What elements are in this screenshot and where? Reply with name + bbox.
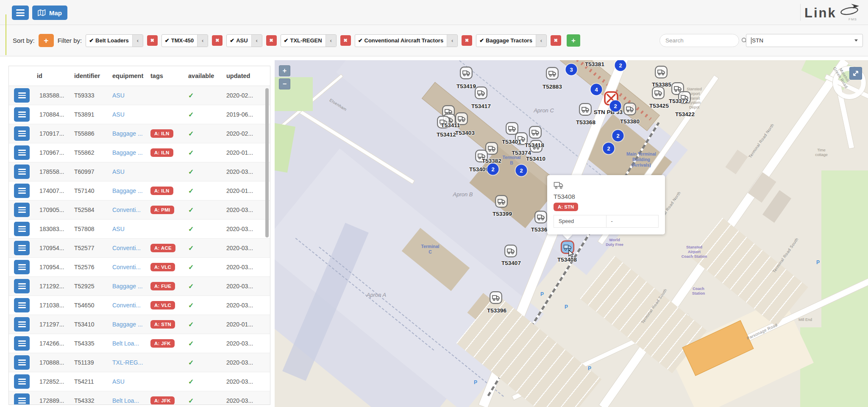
table-row[interactable]: 172889...T54332Belt Loa...A: JFK✓2020-03… — [9, 391, 270, 405]
remove-filter-button-asu[interactable]: ✖ — [266, 35, 277, 46]
vehicle-marker-t53396[interactable] — [489, 291, 503, 306]
checkbox-checked-icon[interactable]: ✔ — [230, 37, 234, 44]
column-header-id[interactable]: id — [34, 66, 72, 86]
equipment-link[interactable]: Conventi... — [112, 302, 141, 309]
zoom-out-button[interactable]: − — [279, 78, 290, 89]
vehicle-marker-t53385[interactable] — [654, 65, 668, 81]
vehicle-marker-t53380[interactable] — [623, 102, 637, 117]
checkbox-checked-icon[interactable]: ✔ — [284, 37, 289, 44]
row-menu-button[interactable] — [14, 336, 30, 351]
table-row[interactable]: 170954...T52576Conventi...A: VLC✓2020-03… — [9, 258, 270, 277]
column-header-identifier[interactable]: identifier — [72, 66, 110, 86]
row-menu-button[interactable] — [14, 374, 30, 389]
collapse-chip-button[interactable]: ‹ — [536, 35, 546, 47]
filter-chip-conventional-aircraft-tractors[interactable]: ✔Conventional Aircraft Tractors‹ — [355, 34, 458, 47]
collapse-chip-button[interactable]: ‹ — [447, 35, 457, 47]
equipment-link[interactable]: ASU — [112, 378, 125, 385]
vehicle-marker-t53418[interactable] — [529, 125, 542, 141]
row-menu-button[interactable] — [14, 88, 30, 103]
table-row[interactable]: 171297...T53410Baggage ...A: STN✓2020-01… — [9, 315, 270, 334]
marker-cluster[interactable]: 2 — [487, 164, 499, 175]
vehicle-marker-t53425[interactable] — [651, 86, 665, 101]
checkbox-checked-icon[interactable]: ✔ — [89, 37, 94, 44]
table-scrollbar[interactable] — [265, 88, 269, 237]
equipment-link[interactable]: Belt Loa... — [112, 340, 139, 347]
row-menu-button[interactable] — [14, 145, 30, 160]
remove-filter-button-txl-regen[interactable]: ✖ — [340, 35, 351, 46]
equipment-link[interactable]: TXL-REG... — [112, 359, 143, 366]
filter-chip-baggage-tractors[interactable]: ✔Baggage Tractors‹ — [476, 34, 547, 47]
remove-filter-button-baggage-tractors[interactable]: ✖ — [551, 35, 561, 46]
vehicle-marker-t5336[interactable] — [534, 210, 548, 226]
vehicle-marker-t53409[interactable] — [475, 149, 488, 164]
equipment-link[interactable]: Baggage ... — [112, 283, 143, 290]
remove-filter-button-belt-loaders[interactable]: ✖ — [147, 35, 158, 46]
table-row[interactable]: 170905...T52584Conventi...A: PMI✓2020-03… — [9, 201, 270, 220]
equipment-link[interactable]: Conventi... — [112, 206, 141, 213]
table-row[interactable]: 171292...T52925Baggage ...A: FUE✓2020-03… — [9, 277, 270, 296]
row-menu-button[interactable] — [14, 126, 30, 141]
table-row[interactable]: 174266...T54335Belt Loa...A: JFK✓2020-03… — [9, 334, 270, 353]
collapse-chip-button[interactable]: ‹ — [197, 35, 208, 47]
row-menu-button[interactable] — [14, 241, 30, 255]
row-menu-button[interactable] — [14, 184, 30, 198]
table-row[interactable]: 170917...T55886Baggage ...A: ILN✓2020-02… — [9, 124, 270, 143]
filter-chip-txl-regen[interactable]: ✔TXL-REGEN‹ — [281, 34, 337, 47]
collapse-chip-button[interactable]: ‹ — [132, 35, 143, 47]
add-filter-button[interactable]: + — [567, 34, 580, 47]
equipment-link[interactable]: ASU — [112, 111, 125, 118]
vehicle-marker-t53403[interactable] — [455, 112, 468, 127]
checkbox-checked-icon[interactable]: ✔ — [479, 37, 484, 44]
collapse-chip-button[interactable]: ‹ — [251, 35, 262, 47]
table-row[interactable]: 171038...T54650Conventi...A: VLC✓2020-03… — [9, 296, 270, 315]
vehicle-marker-t52883[interactable] — [545, 67, 559, 82]
column-header-available[interactable]: available — [186, 66, 224, 86]
equipment-link[interactable]: ASU — [112, 168, 125, 175]
row-menu-button[interactable] — [14, 279, 30, 293]
column-header-equipment[interactable]: equipment — [110, 66, 148, 86]
marker-cluster[interactable]: 4 — [591, 84, 602, 95]
table-row[interactable]: 174007...T57140Baggage ...A: ILN✓2020-01… — [9, 181, 270, 201]
table-row[interactable]: 172852...T54211ASU✓2020-03... — [9, 372, 270, 391]
vehicle-marker-t53407[interactable] — [504, 244, 517, 259]
row-menu-button[interactable] — [14, 260, 30, 274]
row-menu-button[interactable] — [14, 298, 30, 312]
search-input[interactable] — [665, 37, 741, 44]
marker-cluster[interactable]: 2 — [603, 143, 615, 154]
selected-vehicle-marker[interactable] — [560, 240, 575, 256]
table-row[interactable]: 178558...T60997ASU✓2020-03... — [9, 162, 270, 181]
add-sort-button[interactable]: + — [39, 34, 54, 47]
row-menu-button[interactable] — [14, 164, 30, 179]
equipment-link[interactable]: Baggage ... — [112, 130, 143, 137]
column-header-updated[interactable]: updated — [224, 66, 270, 86]
map-nav-button[interactable]: Map — [32, 6, 67, 20]
marker-cluster[interactable]: 2 — [516, 165, 527, 176]
vehicle-marker-t53412[interactable] — [437, 115, 450, 131]
zoom-in-button[interactable]: + — [279, 65, 290, 76]
remove-filter-button-tmx-450[interactable]: ✖ — [212, 35, 223, 46]
equipment-link[interactable]: Conventi... — [112, 245, 141, 251]
equipment-link[interactable]: Conventi... — [112, 264, 141, 270]
row-menu-button[interactable] — [14, 393, 30, 405]
vehicle-marker-t53410[interactable] — [529, 139, 543, 155]
row-menu-button[interactable] — [14, 107, 30, 122]
equipment-link[interactable]: Baggage ... — [112, 149, 143, 156]
checkbox-checked-icon[interactable]: ✔ — [165, 37, 170, 44]
filter-chip-asu[interactable]: ✔ASU‹ — [226, 34, 262, 47]
remove-filter-button-conventional-aircraft-tractors[interactable]: ✖ — [462, 35, 472, 46]
map-canvas[interactable]: Apron CApron BApron ATerminal BTerminal … — [275, 60, 868, 407]
equipment-link[interactable]: Baggage ... — [112, 321, 143, 328]
filter-chip-belt-loaders[interactable]: ✔Belt Loaders‹ — [86, 34, 143, 47]
row-menu-button[interactable] — [14, 222, 30, 236]
table-row[interactable]: 170888...T51139TXL-REG...✓2020-03... — [9, 353, 270, 372]
collapse-chip-button[interactable]: ‹ — [326, 35, 336, 47]
table-row[interactable]: 183588...T59333ASU✓2020-02... — [9, 86, 270, 105]
vehicle-marker-t53417[interactable] — [474, 86, 488, 101]
table-row[interactable]: 170954...T52577Conventi...A: ACE✓2020-03… — [9, 239, 270, 258]
region-dropdown[interactable]: STN — [746, 34, 863, 47]
checkbox-checked-icon[interactable]: ✔ — [358, 37, 363, 44]
row-menu-button[interactable] — [14, 355, 30, 370]
filter-chip-tmx-450[interactable]: ✔TMX-450‹ — [161, 34, 208, 47]
row-menu-button[interactable] — [14, 317, 30, 332]
vehicle-marker-t53374[interactable] — [515, 132, 528, 147]
